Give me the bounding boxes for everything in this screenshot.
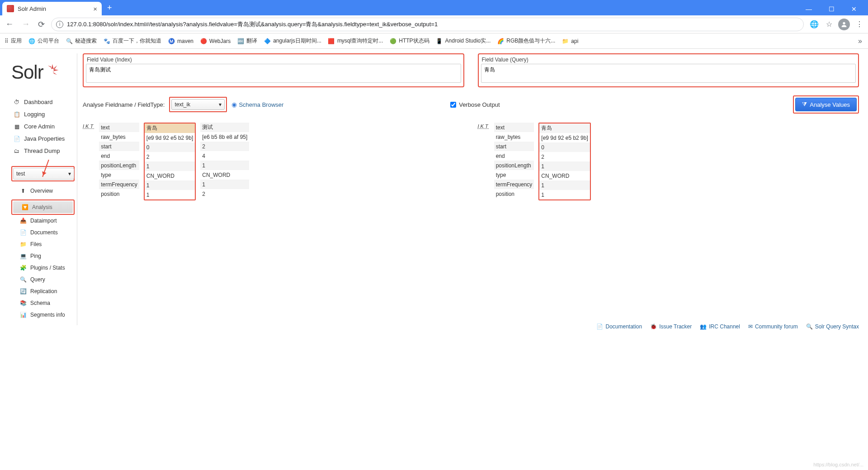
star-icon[interactable]: ☆ <box>825 19 834 30</box>
bookmark-item[interactable]: 🌐公司平台 <box>28 37 59 45</box>
subnav-item-query[interactable]: 🔍Query <box>11 274 75 285</box>
token-cell-positionLength: 1 <box>200 161 249 170</box>
token-cell-raw_bytes: [e9 9d 92 e5 b2 9b] <box>539 133 590 142</box>
subnav-item-overview[interactable]: ⬆Overview <box>11 185 75 197</box>
field-value-query-input[interactable] <box>481 64 856 83</box>
bookmark-icon: 🔴 <box>200 38 207 45</box>
field-value-query-block: Field Value (Query) <box>478 53 859 87</box>
subnav-item-dataimport[interactable]: 📥Dataimport <box>11 215 75 227</box>
bookmark-item[interactable]: 🔍秘迹搜索 <box>66 37 97 45</box>
bookmark-icon: 🌐 <box>28 38 35 45</box>
info-icon[interactable]: i <box>56 21 63 28</box>
footer-link-solr-query-syntax[interactable]: 🔍Solr Query Syntax <box>806 323 859 330</box>
bookmark-item[interactable]: 🔤翻译 <box>237 37 257 45</box>
row-label: raw_bytes <box>99 132 139 142</box>
verbose-checkbox-input[interactable] <box>450 102 456 108</box>
subnav-icon: 🔄 <box>19 288 27 294</box>
bookmark-item[interactable]: 🔴WebJars <box>200 37 231 45</box>
subnav-item-analysis[interactable]: 🔽Analysis <box>13 201 73 213</box>
footer-icon: ✉ <box>748 323 753 330</box>
token-cell-start: 0 <box>539 142 590 152</box>
nav-item-logging[interactable]: 📋Logging <box>11 108 75 120</box>
nav-icon: 📄 <box>13 136 20 142</box>
subnav-item-replication[interactable]: 🔄Replication <box>11 285 75 297</box>
subnav-item-schema[interactable]: 📚Schema <box>11 297 75 309</box>
url-text: 127.0.0.1:8080/solr/index.html#/test/ana… <box>67 20 438 28</box>
solr-logo[interactable]: Solr <box>11 58 75 87</box>
subnav-icon: 🔍 <box>19 276 27 283</box>
subnav-item-ping[interactable]: 💻Ping <box>11 250 75 262</box>
bookmark-item[interactable]: 🐾百度一下，你就知道 <box>103 37 161 45</box>
field-value-index-input[interactable] <box>86 64 461 83</box>
token-column: 青岛[e9 9d 92 e5 b2 9b]021CN_WORD11 <box>145 123 195 199</box>
nav-item-thread-dump[interactable]: 🗂Thread Dump <box>11 145 75 157</box>
token-cell-raw_bytes: [e9 9d 92 e5 b2 9b] <box>145 133 195 142</box>
bookmarks-bar: ⠿ 应用 🌐公司平台🔍秘迹搜索🐾百度一下，你就知道Ⓜ️maven🔴WebJars… <box>0 33 868 49</box>
row-label: position <box>494 189 534 199</box>
bookmark-item[interactable]: 🌈RGB颜色值与十六... <box>497 37 555 45</box>
url-bar[interactable]: i 127.0.0.1:8080/solr/index.html#/test/a… <box>51 18 804 31</box>
token-cell-type: CN_WORD <box>200 170 249 180</box>
bookmark-item[interactable]: 📁api <box>561 37 578 45</box>
schema-browser-link[interactable]: ◉ Schema Browser <box>231 101 283 108</box>
row-label: type <box>99 170 139 180</box>
footer-icon: 🔍 <box>806 323 813 330</box>
subnav-item-documents[interactable]: 📄Documents <box>11 227 75 238</box>
query-analysis-result: IKTtextraw_bytesstartendpositionLengthty… <box>478 123 859 200</box>
minimize-button[interactable]: — <box>802 5 816 13</box>
footer-link-irc-channel[interactable]: 👥IRC Channel <box>700 323 740 330</box>
subnav-item-files[interactable]: 📁Files <box>11 238 75 250</box>
row-label: position <box>99 189 139 199</box>
bookmark-item[interactable]: 🔷angularjs日期时间... <box>264 37 321 45</box>
subnav-item-segments-info[interactable]: 📊Segments info <box>11 309 75 321</box>
token-cell-raw_bytes: [e6 b5 8b e8 af 95] <box>200 132 249 142</box>
nav-item-java-properties[interactable]: 📄Java Properties <box>11 133 75 145</box>
row-label: text <box>494 123 534 132</box>
translate-icon[interactable]: 🌐 <box>808 19 820 30</box>
subnav-item-plugins-stats[interactable]: 🧩Plugins / Stats <box>11 262 75 274</box>
apps-button[interactable]: ⠿ 应用 <box>5 37 22 45</box>
row-label: positionLength <box>99 161 139 170</box>
tab-close-icon[interactable]: × <box>93 5 97 13</box>
nav-item-dashboard[interactable]: ⏱Dashboard <box>11 96 75 108</box>
bookmark-item[interactable]: 🟢HTTP状态码 <box>389 37 429 45</box>
token-column: 测试[e6 b5 8b e8 af 95]241CN_WORD12 <box>200 123 249 200</box>
row-label: start <box>494 142 534 151</box>
bookmark-icon: 🔍 <box>66 38 73 45</box>
core-selector[interactable]: test ▾ <box>13 168 74 180</box>
query-label: Field Value (Query) <box>481 57 856 63</box>
analyse-values-button[interactable]: ⧩ Analyse Values <box>795 98 857 111</box>
back-button[interactable]: ← <box>4 18 15 31</box>
profile-avatar[interactable] <box>838 19 850 30</box>
window-controls: — ☐ ✕ <box>802 5 868 15</box>
fieldtype-label: Analyse Fieldname / FieldType: <box>83 101 165 108</box>
bookmark-item[interactable]: 🟥mysql查询特定时... <box>328 37 383 45</box>
nav-item-core-admin[interactable]: ▦Core Admin <box>11 120 75 133</box>
bookmark-item[interactable]: 📱Android Studio实... <box>436 37 491 45</box>
forward-button[interactable]: → <box>20 18 32 31</box>
chevron-down-icon: ▾ <box>68 171 71 177</box>
token-cell-positionLength: 1 <box>539 161 590 171</box>
footer-link-issue-tracker[interactable]: 🐞Issue Tracker <box>650 323 692 330</box>
reload-button[interactable]: ⟳ <box>36 18 47 31</box>
footer-link-documentation[interactable]: 📄Documentation <box>596 323 642 330</box>
bookmarks-overflow[interactable]: » <box>857 36 863 47</box>
bookmark-icon: 🌈 <box>497 38 504 45</box>
row-label: start <box>99 142 139 151</box>
footer-link-community-forum[interactable]: ✉Community forum <box>748 323 798 330</box>
verbose-output-checkbox[interactable]: Verbose Output <box>450 101 500 108</box>
close-window-button[interactable]: ✕ <box>847 5 861 13</box>
bookmark-icon: 🔤 <box>237 38 244 45</box>
main-nav: ⏱Dashboard📋Logging▦Core Admin📄Java Prope… <box>11 96 75 157</box>
bookmark-item[interactable]: Ⓜ️maven <box>168 37 193 45</box>
new-tab-button[interactable]: + <box>107 3 112 13</box>
browser-toolbar: ← → ⟳ i 127.0.0.1:8080/solr/index.html#/… <box>0 15 868 33</box>
row-label: raw_bytes <box>494 132 534 142</box>
nav-icon: ⏱ <box>13 99 20 105</box>
footer-icon: 👥 <box>700 323 707 330</box>
maximize-button[interactable]: ☐ <box>825 5 838 13</box>
fieldtype-select[interactable]: text_ik ▾ <box>171 99 225 110</box>
browser-tab[interactable]: Solr Admin × <box>2 2 102 15</box>
menu-icon[interactable]: ⋮ <box>854 19 864 30</box>
chevron-down-icon: ▾ <box>219 101 222 108</box>
